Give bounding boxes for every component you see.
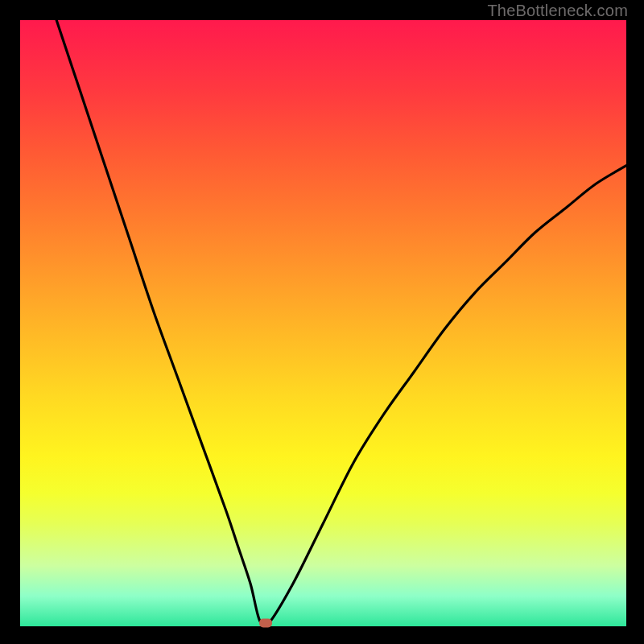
optimum-marker — [259, 619, 272, 628]
watermark-text: TheBottleneck.com — [487, 2, 628, 20]
chart-frame: TheBottleneck.com — [0, 0, 644, 644]
plot-area — [20, 20, 626, 626]
bottleneck-curve — [20, 20, 626, 626]
